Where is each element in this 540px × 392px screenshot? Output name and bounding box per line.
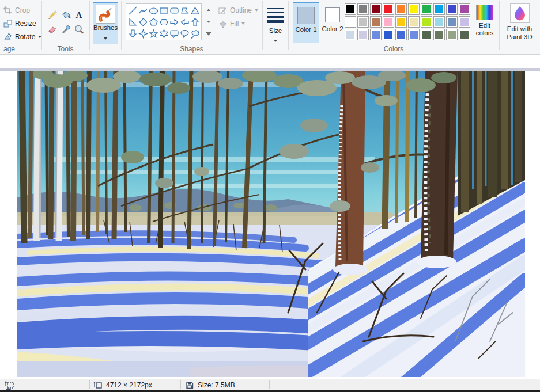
palette-color-11[interactable] <box>357 16 369 28</box>
pencil-icon <box>47 10 58 20</box>
palette-color-12[interactable] <box>370 16 382 28</box>
shape-right-triangle[interactable] <box>127 16 138 28</box>
palette-color-26[interactable] <box>421 29 432 40</box>
palette-color-4[interactable] <box>395 3 407 15</box>
palette-color-14[interactable] <box>395 16 407 28</box>
shapes-group-label: Shapes <box>121 45 262 53</box>
size-icon <box>266 7 285 23</box>
palette-color-9[interactable] <box>459 3 470 15</box>
palette-color-10[interactable] <box>345 16 356 28</box>
outline-button[interactable]: Outline <box>218 5 258 16</box>
palette-color-16[interactable] <box>421 16 432 28</box>
shape-diamond[interactable] <box>138 16 148 28</box>
colors-group: Color 1 Color 2 Edit colors Colors <box>288 0 499 55</box>
palette-color-8[interactable] <box>446 3 458 15</box>
palette-color-23[interactable] <box>383 29 394 40</box>
more-arrow-icon <box>207 33 210 36</box>
fill-bucket-icon <box>61 10 71 20</box>
shape-pentagon[interactable] <box>148 16 158 28</box>
shapes-gallery <box>126 3 202 40</box>
fill-button[interactable]: Fill <box>218 18 245 29</box>
palette-color-18[interactable] <box>446 16 458 28</box>
palette-color-20[interactable] <box>345 29 356 40</box>
shape-rounded-callout[interactable] <box>169 28 179 39</box>
shape-ellipse[interactable] <box>148 5 158 16</box>
eraser-icon <box>47 24 58 35</box>
shape-line[interactable] <box>127 5 138 16</box>
palette-color-17[interactable] <box>433 16 445 28</box>
size-button[interactable]: Size <box>265 2 286 44</box>
brushes-button[interactable]: Brushes <box>93 2 118 44</box>
palette-color-22[interactable] <box>370 29 382 40</box>
image-dimensions-text: 4712 × 2172px <box>106 381 152 389</box>
shape-oval-callout[interactable] <box>179 28 190 39</box>
crop-icon <box>3 6 12 15</box>
shapes-scroll-down-button[interactable] <box>205 18 212 26</box>
palette-color-1[interactable] <box>357 3 369 15</box>
shape-five-point-star[interactable] <box>148 28 158 39</box>
rotate-button[interactable]: Rotate <box>1 31 43 43</box>
more-icon <box>206 32 211 33</box>
palette-color-28[interactable] <box>446 29 458 40</box>
save-disk-icon <box>185 380 194 390</box>
shape-curve[interactable] <box>138 5 148 16</box>
palette-color-7[interactable] <box>433 3 445 15</box>
brush-icon <box>97 6 114 22</box>
color-palette <box>344 3 472 41</box>
palette-color-24[interactable] <box>395 29 407 40</box>
fill-tool[interactable] <box>59 8 72 22</box>
color-picker-tool[interactable] <box>59 22 72 36</box>
palette-color-13[interactable] <box>383 16 394 28</box>
shapes-scroll-up-button[interactable] <box>205 6 212 14</box>
color2-button[interactable]: Color 2 <box>320 2 345 43</box>
shape-hexagon[interactable] <box>158 16 169 28</box>
shape-polygon[interactable] <box>179 5 190 16</box>
edit-with-paint3d-button[interactable]: Edit with Paint 3D <box>501 2 538 47</box>
palette-color-25[interactable] <box>408 29 420 40</box>
rotate-icon <box>3 32 12 41</box>
brushes-label: Brushes <box>93 24 118 32</box>
canvas-painting[interactable] <box>17 71 525 377</box>
palette-color-6[interactable] <box>421 3 432 15</box>
palette-color-21[interactable] <box>357 29 369 40</box>
status-separator <box>180 380 181 389</box>
shape-rectangle[interactable] <box>158 5 169 16</box>
resize-icon <box>3 19 12 28</box>
shape-arrow-down[interactable] <box>127 28 138 39</box>
shape-cloud-callout[interactable] <box>190 28 200 39</box>
magnifier-tool[interactable] <box>73 22 85 36</box>
eraser-tool[interactable] <box>46 22 59 36</box>
text-tool[interactable]: A <box>73 8 85 22</box>
shape-arrow-right[interactable] <box>169 16 179 28</box>
cursor-position-indicator <box>5 379 14 391</box>
edit-with-paint3d-label: Edit with Paint 3D <box>501 25 538 41</box>
palette-color-0[interactable] <box>345 3 356 15</box>
shape-triangle[interactable] <box>190 5 200 16</box>
resize-button[interactable]: Resize <box>1 17 38 29</box>
palette-color-29[interactable] <box>459 29 470 40</box>
file-size-text: Size: 7.5MB <box>198 381 235 389</box>
color1-label: Color 1 <box>293 26 319 33</box>
shape-arrow-up[interactable] <box>190 16 200 28</box>
color1-swatch <box>297 7 315 24</box>
palette-color-27[interactable] <box>433 29 445 40</box>
palette-color-5[interactable] <box>408 3 420 15</box>
outline-caret-icon <box>255 9 258 12</box>
pencil-tool[interactable] <box>46 8 59 22</box>
shape-arrow-left[interactable] <box>179 16 190 28</box>
palette-color-3[interactable] <box>383 3 394 15</box>
palette-color-15[interactable] <box>408 16 420 28</box>
shape-four-point-star[interactable] <box>138 28 148 39</box>
palette-color-2[interactable] <box>370 3 382 15</box>
edit-colors-button[interactable]: Edit colors <box>471 2 498 43</box>
shape-six-point-star[interactable] <box>158 28 169 39</box>
size-caret-icon <box>274 40 277 42</box>
shapes-group: Outline Fill Shapes <box>121 0 262 55</box>
shapes-more-button[interactable] <box>205 30 212 38</box>
palette-color-19[interactable] <box>459 16 470 28</box>
size-group: Size <box>262 0 288 55</box>
status-separator <box>269 380 270 389</box>
color1-button[interactable]: Color 1 <box>293 2 319 43</box>
shape-rounded-rectangle[interactable] <box>169 5 179 16</box>
crop-button[interactable]: Crop <box>1 4 32 16</box>
